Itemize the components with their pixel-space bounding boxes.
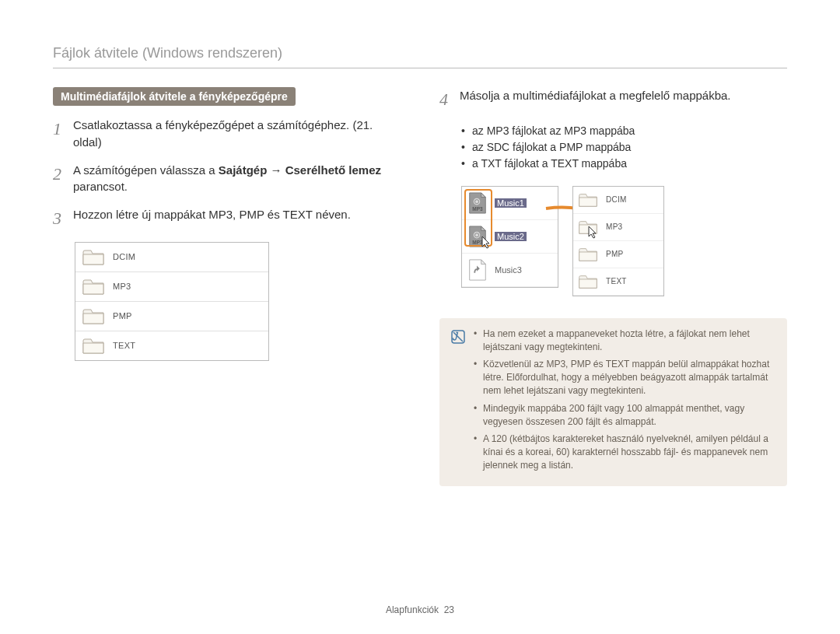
step2-suffix: parancsot. xyxy=(73,180,128,193)
folder-label: DCIM xyxy=(113,252,135,261)
folder-icon xyxy=(82,277,105,296)
note-item: Ha nem ezeket a mappaneveket hozta létre… xyxy=(474,328,776,354)
file-row: Music2 xyxy=(462,220,558,254)
source-window: Music1 Music2 Music3 xyxy=(461,186,558,288)
doc-file-icon xyxy=(467,258,488,282)
folder-label: MP3 xyxy=(606,222,622,231)
folder-row: DCIM xyxy=(573,187,663,214)
mp3-file-icon xyxy=(467,191,488,215)
folder-icon xyxy=(82,336,105,356)
cursor-icon xyxy=(587,225,598,239)
step-number: 4 xyxy=(439,87,460,112)
folder-label: DCIM xyxy=(606,195,627,204)
step-number: 1 xyxy=(53,117,73,151)
folder-window-left: DCIM MP3 PMP TEXT xyxy=(75,242,269,361)
file-row: Music1 xyxy=(462,187,558,220)
step2-bold2: Cserélhető lemez xyxy=(285,163,381,177)
step-1: 1 Csatlakoztassa a fényképezőgépet a szá… xyxy=(53,117,401,151)
folder-label: PMP xyxy=(113,311,132,321)
step-number: 3 xyxy=(53,206,73,231)
footer-label: Alapfunkciók xyxy=(386,604,439,615)
folder-row: TEXT xyxy=(75,331,268,360)
file-label: Music3 xyxy=(495,265,522,275)
page-title: Fájlok átvitele (Windows rendszeren) xyxy=(53,45,787,68)
step-4: 4 Másolja a multimédiafájlokat a megfele… xyxy=(439,87,787,112)
folder-label: TEXT xyxy=(113,341,135,350)
folder-label: PMP xyxy=(606,250,624,258)
folder-row: TEXT xyxy=(573,268,663,296)
folder-row: MP3 xyxy=(75,272,268,302)
folder-label: MP3 xyxy=(113,282,131,291)
step-number: 2 xyxy=(53,162,73,196)
folder-row: MP3 xyxy=(573,214,663,241)
bullet-item: a TXT fájlokat a TEXT mappába xyxy=(461,156,787,172)
right-column: 4 Másolja a multimédiafájlokat a megfele… xyxy=(439,87,787,486)
content-columns: Multimédiafájlok átvitele a fényképezőgé… xyxy=(53,87,787,486)
note-icon xyxy=(450,329,466,345)
step2-bold1: Sajátgép xyxy=(219,163,268,177)
file-label: Music2 xyxy=(495,232,527,241)
folder-label: TEXT xyxy=(606,277,627,285)
section-header: Multimédiafájlok átvitele a fényképezőgé… xyxy=(53,87,296,106)
mapping-bullets: az MP3 fájlokat az MP3 mappába az SDC fá… xyxy=(461,123,787,172)
folder-row: DCIM xyxy=(75,243,268,272)
folder-icon xyxy=(578,191,598,208)
bullet-item: az MP3 fájlokat az MP3 mappába xyxy=(461,123,787,139)
folder-row: PMP xyxy=(573,241,663,268)
folder-icon xyxy=(82,306,105,326)
folder-icon xyxy=(82,247,105,267)
bullet-item: az SDC fájlokat a PMP mappába xyxy=(461,139,787,156)
folder-icon xyxy=(578,246,598,263)
note-item: Mindegyik mappába 200 fájlt vagy 100 alm… xyxy=(474,402,776,429)
step-text: Csatlakoztassa a fényképezőgépet a számí… xyxy=(73,117,401,151)
step-3: 3 Hozzon létre új mappákat MP3, PMP és T… xyxy=(53,206,401,231)
footer-page: 23 xyxy=(444,604,454,615)
drag-illustration: Music1 Music2 Music3 xyxy=(461,186,787,296)
step-2: 2 A számítógépen válassza a Sajátgép → C… xyxy=(53,162,401,196)
step-text: Hozzon létre új mappákat MP3, PMP és TEX… xyxy=(73,206,351,231)
destination-window: DCIM MP3 PMP TEXT xyxy=(572,186,664,296)
left-column: Multimédiafájlok átvitele a fényképezőgé… xyxy=(53,87,401,486)
note-list: Ha nem ezeket a mappaneveket hozta létre… xyxy=(474,328,776,477)
file-row: Music3 xyxy=(462,254,558,287)
arrow-glyph: → xyxy=(267,163,285,177)
note-item: Közvetlenül az MP3, PMP és TEXT mappán b… xyxy=(474,358,776,397)
page-footer: Alapfunkciók 23 xyxy=(0,604,840,615)
step-text: Másolja a multimédiafájlokat a megfelelő… xyxy=(460,87,731,112)
step-text: A számítógépen válassza a Sajátgép → Cse… xyxy=(73,162,401,196)
step2-prefix: A számítógépen válassza a xyxy=(73,163,219,177)
folder-row: PMP xyxy=(75,302,268,331)
cursor-icon xyxy=(481,235,492,249)
file-label: Music1 xyxy=(495,198,527,208)
note-box: Ha nem ezeket a mappaneveket hozta létre… xyxy=(439,318,787,486)
folder-icon xyxy=(578,273,598,290)
note-item: A 120 (kétbájtos karaktereket használó n… xyxy=(474,433,776,471)
